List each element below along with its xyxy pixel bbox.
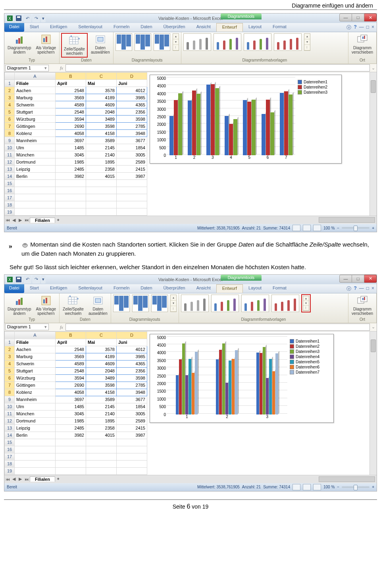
- chart-layout-option[interactable]: [151, 295, 168, 312]
- chart-layout-option[interactable]: [132, 295, 149, 312]
- formula-expand-icon[interactable]: ⌄: [370, 324, 377, 330]
- data-cell[interactable]: 4365: [117, 360, 147, 367]
- data-cell[interactable]: 1985: [56, 158, 86, 166]
- data-cell[interactable]: Mannheim: [15, 137, 56, 144]
- view-page-break-icon[interactable]: [313, 225, 321, 231]
- help-icon[interactable]: ?: [354, 285, 356, 292]
- zoom-level[interactable]: 100 %: [323, 485, 335, 489]
- data-cell[interactable]: 3982: [56, 173, 86, 180]
- data-cell[interactable]: 2358: [86, 166, 117, 173]
- data-cell[interactable]: 2415: [117, 166, 147, 173]
- tab-insert[interactable]: Einfügen: [44, 284, 73, 293]
- data-cell[interactable]: 3598: [86, 382, 117, 389]
- formula-bar[interactable]: [65, 64, 370, 71]
- save-template-button[interactable]: Als Vorlagespeichern: [34, 294, 58, 316]
- embedded-chart[interactable]: 0500100015002000250030003500400045005000…: [150, 334, 334, 423]
- data-cell[interactable]: Berlin: [15, 173, 56, 180]
- select-data-button[interactable]: Datenauswählen: [89, 33, 112, 58]
- data-cell[interactable]: 2048: [86, 108, 117, 116]
- data-cell[interactable]: Leipzig: [15, 166, 56, 173]
- zoom-level[interactable]: 100 %: [323, 226, 335, 230]
- data-cell[interactable]: 4012: [117, 87, 147, 94]
- sheet-nav-next-icon[interactable]: ▶: [17, 476, 23, 482]
- select-data-button[interactable]: Datenauswählen: [87, 294, 109, 316]
- redo-icon[interactable]: ↷: [32, 276, 40, 283]
- chart-layout-option[interactable]: [115, 33, 132, 51]
- data-cell[interactable]: 3985: [117, 353, 147, 360]
- column-header-cell[interactable]: Juni: [117, 80, 147, 87]
- data-cell[interactable]: Leipzig: [15, 424, 56, 432]
- data-cell[interactable]: Aachen: [15, 346, 56, 353]
- data-cell[interactable]: 2356: [117, 367, 147, 374]
- tab-data[interactable]: Daten: [135, 23, 158, 32]
- new-sheet-icon[interactable]: ✦: [55, 476, 62, 482]
- data-cell[interactable]: 3569: [56, 353, 86, 360]
- formula-expand-icon[interactable]: ⌄: [370, 66, 377, 71]
- doc-restore-icon[interactable]: □: [366, 285, 369, 292]
- zoom-in-icon[interactable]: +: [372, 226, 374, 230]
- tab-format[interactable]: Format: [267, 284, 292, 293]
- maximize-button[interactable]: □: [352, 13, 364, 21]
- chart-style-option[interactable]: [241, 295, 269, 312]
- minimize-button[interactable]: —: [339, 13, 352, 21]
- data-cell[interactable]: 3489: [86, 374, 117, 382]
- data-cell[interactable]: 2785: [117, 382, 147, 389]
- data-cell[interactable]: 4012: [117, 346, 147, 353]
- data-cell[interactable]: 2589: [117, 158, 147, 166]
- view-normal-icon[interactable]: [292, 225, 300, 231]
- zoom-in-icon[interactable]: +: [372, 485, 374, 489]
- ribbon-minimize-icon[interactable]: ⓥ: [346, 24, 351, 31]
- move-chart-button[interactable]: Diagrammverschieben: [350, 33, 375, 55]
- data-cell[interactable]: 4609: [86, 360, 117, 367]
- doc-close-icon[interactable]: ×: [371, 285, 374, 292]
- name-box[interactable]: Diagramm 1 ▾: [5, 65, 49, 71]
- sheet-tab-filialen[interactable]: Filialen: [30, 218, 55, 223]
- data-cell[interactable]: Würzburg: [15, 116, 56, 123]
- data-cell[interactable]: 3677: [117, 137, 147, 144]
- data-cell[interactable]: 3005: [117, 410, 147, 417]
- data-cell[interactable]: 2548: [56, 367, 86, 374]
- tab-file[interactable]: Datei: [4, 284, 24, 293]
- fx-icon[interactable]: fx: [58, 325, 65, 330]
- tab-view[interactable]: Ansicht: [191, 23, 216, 32]
- data-cell[interactable]: Würzburg: [15, 374, 56, 382]
- doc-min-icon[interactable]: —: [359, 285, 364, 292]
- layouts-more-icon[interactable]: ▴▾⁝: [170, 295, 177, 312]
- view-page-break-icon[interactable]: [313, 484, 321, 490]
- zoom-slider[interactable]: [342, 227, 369, 229]
- data-cell[interactable]: 3677: [117, 396, 147, 403]
- save-template-button[interactable]: Als Vorlagespeichern: [34, 33, 58, 55]
- name-box[interactable]: Diagramm 1 ▾: [5, 324, 49, 330]
- sheet-tab-filialen[interactable]: Filialen: [30, 476, 55, 482]
- data-cell[interactable]: 4609: [86, 101, 117, 108]
- data-cell[interactable]: München: [15, 151, 56, 158]
- data-cell[interactable]: Göttingen: [15, 382, 56, 389]
- data-cell[interactable]: Marburg: [15, 94, 56, 101]
- data-cell[interactable]: 3578: [86, 87, 117, 94]
- data-cell[interactable]: 2140: [86, 151, 117, 158]
- tab-design[interactable]: Entwurf: [216, 284, 243, 293]
- data-cell[interactable]: Dortmund: [15, 417, 56, 424]
- redo-icon[interactable]: ↷: [32, 14, 40, 22]
- chart-style-option[interactable]: [274, 33, 302, 51]
- data-cell[interactable]: 3948: [117, 389, 147, 396]
- maximize-button[interactable]: □: [352, 275, 364, 283]
- doc-restore-icon[interactable]: □: [366, 24, 369, 31]
- data-cell[interactable]: München: [15, 410, 56, 417]
- embedded-chart[interactable]: 0500100015002000250030003500400045005000…: [150, 75, 342, 164]
- data-cell[interactable]: 3594: [56, 374, 86, 382]
- save-icon[interactable]: [15, 14, 23, 22]
- data-cell[interactable]: 3697: [56, 137, 86, 144]
- data-cell[interactable]: Stuttgart: [15, 367, 56, 374]
- data-cell[interactable]: 4189: [86, 94, 117, 101]
- data-cell[interactable]: 1854: [117, 403, 147, 410]
- sheet-nav-prev-icon[interactable]: ◀: [11, 476, 17, 482]
- spreadsheet[interactable]: ABCD1FilialeAprilMaiJuni2Aachen254835784…: [4, 72, 147, 216]
- data-cell[interactable]: 3045: [56, 410, 86, 417]
- chart-style-option[interactable]: [181, 295, 209, 312]
- data-cell[interactable]: Stuttgart: [15, 108, 56, 116]
- zoom-out-icon[interactable]: −: [337, 226, 339, 230]
- spreadsheet[interactable]: ABCD1FilialeAprilMaiJuni2Aachen254835784…: [4, 332, 147, 475]
- ribbon-minimize-icon[interactable]: ⓥ: [346, 285, 351, 292]
- tab-view[interactable]: Ansicht: [191, 284, 216, 293]
